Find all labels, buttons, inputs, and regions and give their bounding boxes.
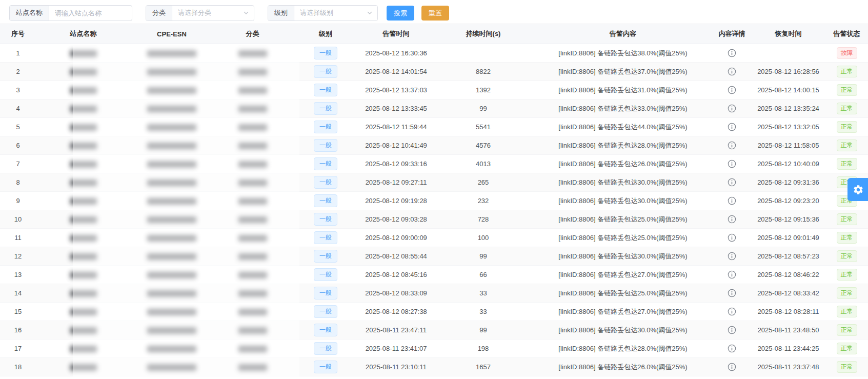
cell-alarm-content: [linkID:8806] 备链路丢包达26.0%(阈值25%) (533, 358, 713, 376)
info-icon[interactable] (728, 344, 736, 353)
cell-seq: 11 (0, 229, 36, 247)
cell-alarm-content: [linkID:8806] 备链路丢包达25.0%(阈值25%) (533, 229, 713, 247)
cell-content-detail (713, 136, 751, 155)
redacted-category (238, 327, 267, 334)
cell-status: 正常 (825, 81, 868, 99)
cell-esn-redacted (131, 173, 213, 192)
info-icon[interactable] (728, 326, 736, 334)
info-icon[interactable] (728, 215, 736, 224)
cell-duration: 728 (433, 210, 533, 229)
cell-alarm-time: 2025-08-11 23:10:11 (359, 358, 433, 376)
reset-button[interactable]: 重置 (421, 6, 449, 21)
column-header-8: 内容详情 (713, 24, 751, 44)
level-badge: 一般 (314, 287, 337, 300)
level-select-placeholder: 请选择级别 (300, 8, 333, 17)
cell-status: 故障 (825, 44, 868, 63)
cell-content-detail (713, 266, 751, 284)
redacted-category (238, 198, 267, 205)
cell-level: 一般 (292, 321, 359, 340)
chevron-down-icon (367, 10, 373, 16)
cell-category-redacted (213, 44, 292, 63)
info-icon[interactable] (728, 363, 736, 371)
cell-alarm-time: 2025-08-12 16:30:36 (359, 44, 433, 63)
info-icon[interactable] (728, 233, 736, 242)
cell-level: 一般 (292, 284, 359, 303)
level-badge: 一般 (314, 250, 337, 263)
info-icon[interactable] (728, 86, 736, 94)
cell-recovery-time: 2025-08-12 16:28:56 (751, 63, 825, 81)
cell-category-redacted (213, 155, 292, 173)
table-row: 2一般2025-08-12 14:01:548822[linkID:8806] … (0, 63, 868, 81)
info-icon[interactable] (728, 123, 736, 131)
level-badge: 一般 (314, 176, 337, 189)
cell-alarm-time: 2025-08-12 08:55:44 (359, 247, 433, 266)
cell-category-redacted (213, 303, 292, 321)
info-icon[interactable] (728, 252, 736, 261)
info-icon[interactable] (728, 307, 736, 316)
cell-site-redacted (36, 321, 131, 340)
cell-status: 正常 (825, 266, 868, 284)
info-icon[interactable] (728, 67, 736, 76)
redacted-cpe-esn (147, 235, 196, 242)
cell-category-redacted (213, 321, 292, 340)
info-icon[interactable] (728, 159, 736, 168)
cell-category-redacted (213, 284, 292, 303)
info-icon[interactable] (728, 49, 736, 57)
cell-alarm-time: 2025-08-12 11:59:44 (359, 118, 433, 136)
cell-esn-redacted (131, 358, 213, 376)
redacted-cpe-esn (147, 143, 196, 149)
level-badge: 一般 (314, 213, 337, 226)
cell-status: 正常 (825, 303, 868, 321)
category-select[interactable]: 请选择分类 (172, 6, 254, 21)
cell-alarm-content: [linkID:8806] 备链路丢包达30.0%(阈值25%) (533, 173, 713, 192)
cell-duration: 232 (433, 192, 533, 210)
cell-esn-redacted (131, 118, 213, 136)
status-badge: 正常 (837, 250, 857, 262)
column-header-4: 级别 (292, 24, 359, 44)
redacted-category (238, 272, 267, 278)
cell-esn-redacted (131, 99, 213, 118)
info-icon[interactable] (728, 104, 736, 113)
status-badge: 正常 (837, 269, 857, 281)
cell-level: 一般 (292, 99, 359, 118)
search-button[interactable]: 搜索 (387, 6, 414, 21)
info-icon[interactable] (728, 196, 736, 205)
cell-level: 一般 (292, 44, 359, 63)
status-badge: 正常 (837, 306, 857, 317)
redacted-site-name (70, 327, 97, 334)
redacted-category (238, 253, 267, 260)
cell-level: 一般 (292, 210, 359, 229)
status-badge: 正常 (837, 121, 857, 133)
level-select[interactable]: 请选择级别 (294, 6, 377, 21)
info-icon[interactable] (728, 270, 736, 279)
table-row: 9一般2025-08-12 09:19:28232[linkID:8806] 备… (0, 192, 868, 210)
cell-esn-redacted (131, 303, 213, 321)
column-header-1: 站点名称 (36, 24, 131, 44)
cell-esn-redacted (131, 155, 213, 173)
cell-alarm-time: 2025-08-12 09:27:11 (359, 173, 433, 192)
redacted-site-name (70, 253, 97, 260)
cell-seq: 17 (0, 340, 36, 358)
info-icon[interactable] (728, 289, 736, 297)
redacted-category (238, 161, 267, 168)
column-header-0: 序号 (0, 24, 36, 44)
cell-content-detail (713, 321, 751, 340)
cell-seq: 7 (0, 155, 36, 173)
cell-alarm-time: 2025-08-12 14:01:54 (359, 63, 433, 81)
table-row: 1一般2025-08-12 16:30:36[linkID:8806] 备链路丢… (0, 44, 868, 63)
site-name-input[interactable] (49, 6, 132, 21)
redacted-site-name (70, 143, 97, 149)
info-icon[interactable] (728, 141, 736, 150)
cell-duration: 99 (433, 99, 533, 118)
cell-status: 正常 (825, 340, 868, 358)
table-row: 6一般2025-08-12 10:41:494576[linkID:8806] … (0, 136, 868, 155)
cell-esn-redacted (131, 340, 213, 358)
info-icon[interactable] (728, 178, 736, 187)
cell-recovery-time: 2025-08-12 09:23:20 (751, 192, 825, 210)
cell-content-detail (713, 229, 751, 247)
cell-category-redacted (213, 358, 292, 376)
settings-fab-button[interactable] (847, 178, 868, 201)
redacted-site-name (70, 124, 97, 131)
cell-site-redacted (36, 303, 131, 321)
cell-seq: 10 (0, 210, 36, 229)
